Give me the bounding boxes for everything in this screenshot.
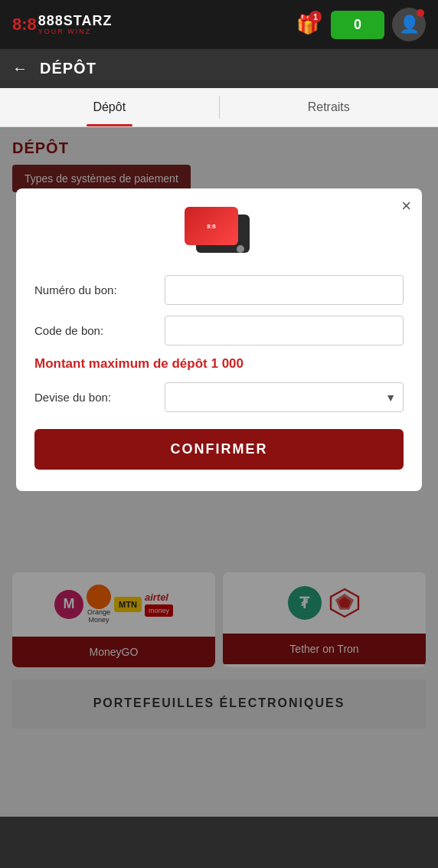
devise-select[interactable] [165,382,404,412]
card-front: 8:8 [185,207,238,245]
devise-label: Devise du bon: [34,391,157,404]
page-title: DÉPÔT [40,60,96,77]
devise-select-wrapper: ▼ [165,382,404,412]
devise-row: Devise du bon: ▼ [34,382,404,412]
modal-image: 8:8 [34,207,404,257]
logo: 8 : 8 888STARZ YOUR WINZ [12,14,113,35]
user-button[interactable]: 👤 [392,8,426,41]
gift-badge: 1 [309,11,322,23]
modal-close-button[interactable]: × [401,198,411,215]
main-content: DÉPÔT Types de systèmes de paiement × 8:… [0,127,438,817]
modal-dialog: × 8:8 Numéro du bon: Code de bon: [16,188,422,491]
code-row: Code de bon: [34,316,404,346]
max-amount-text: Montant maximum de dépôt 1 000 [34,356,404,372]
user-icon: 👤 [399,15,420,34]
code-label: Code de bon: [34,324,157,337]
tab-deposit[interactable]: Dépôt [0,88,219,126]
tab-withdraw[interactable]: Retraits [220,88,439,126]
voucher-card-image: 8:8 [185,207,253,257]
top-nav: 8 : 8 888STARZ YOUR WINZ 🎁 1 0 👤 [0,0,438,49]
numero-label: Numéro du bon: [34,283,157,296]
code-input[interactable] [165,316,404,346]
card-dot [237,245,244,253]
tabs-container: Dépôt Retraits [0,88,438,127]
numero-row: Numéro du bon: [34,275,404,305]
logo-88starz: 8 : 8 888STARZ YOUR WINZ [12,14,113,35]
numero-input[interactable] [165,275,404,305]
back-button[interactable]: ← [12,60,28,77]
user-badge [417,9,424,17]
confirm-button[interactable]: CONFIRMER [34,429,404,470]
gift-button[interactable]: 🎁 1 [293,9,323,40]
nav-right: 🎁 1 0 👤 [293,8,426,41]
page-header: ← DÉPÔT [0,49,438,88]
modal-overlay: × 8:8 Numéro du bon: Code de bon: [0,127,438,817]
balance-button[interactable]: 0 [331,11,384,39]
